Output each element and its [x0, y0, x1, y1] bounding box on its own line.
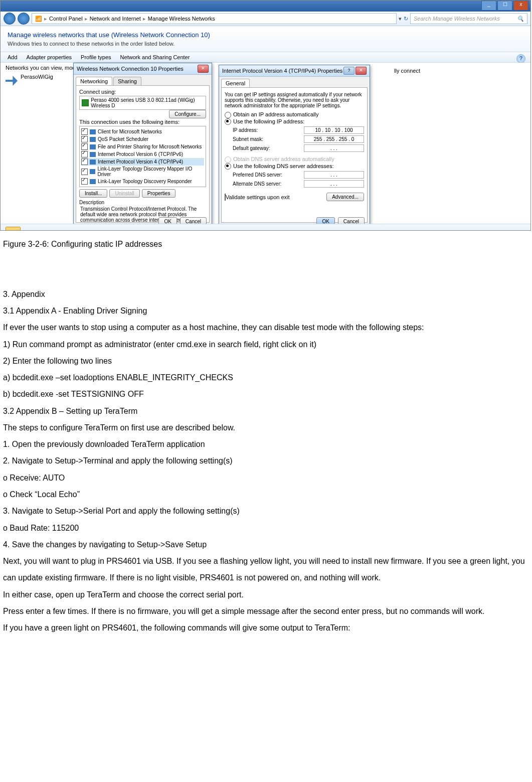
adapter-properties-button[interactable]: Adapter properties	[27, 54, 72, 60]
heading-appendix: 3. Appendix	[3, 286, 529, 302]
minimize-button[interactable]: _	[481, 1, 496, 11]
heading-appendix-a: 3.1 Appendix A - Enabling Driver Signing	[3, 302, 529, 319]
add-button[interactable]: Add	[8, 54, 18, 60]
paragraph: The steps to configure TeraTerm on first…	[3, 419, 529, 436]
checkbox[interactable]	[81, 178, 88, 185]
tab-networking[interactable]: Networking	[76, 77, 112, 85]
checkbox[interactable]	[81, 143, 88, 150]
step: 3. Navigate to Setup->Serial Port and ap…	[3, 503, 529, 519]
paragraph: In either case, open up TeraTerm and cho…	[3, 586, 529, 603]
networks-column: Networks you can view, modify, PerasoWiG…	[6, 65, 82, 86]
step: 2. Navigate to Setup->Terminal and apply…	[3, 452, 529, 469]
gateway-input[interactable]: . . .	[304, 144, 364, 152]
list-item[interactable]: File and Printer Sharing for Microsoft N…	[98, 144, 202, 149]
alternate-dns-label: Alternate DNS server:	[233, 181, 281, 187]
radio-use-ip[interactable]	[225, 118, 231, 125]
checkbox[interactable]	[81, 136, 88, 142]
bc-item[interactable]: Control Panel	[49, 16, 83, 22]
ipv4-properties-dialog: Internet Protocol Version 4 (TCP/IPv4) P…	[219, 65, 370, 229]
configure-button[interactable]: Configure...	[169, 110, 206, 118]
nav-row: 📶▸ Control Panel▸ Network and Internet▸ …	[1, 12, 530, 26]
page-subtitle: Windows tries to connect to these networ…	[8, 41, 523, 47]
chevron-down-icon[interactable]: ▾	[399, 16, 402, 22]
tab-body: You can get IP settings assigned automat…	[221, 87, 368, 223]
items-label: This connection uses the following items…	[79, 119, 206, 125]
radio-label: Obtain DNS server address automatically	[233, 156, 334, 162]
checkbox[interactable]	[81, 128, 88, 135]
dialog-titlebar: Wireless Network Connection 10 Propertie…	[74, 63, 212, 75]
ipv4-icon	[90, 160, 96, 165]
breadcrumb[interactable]: 📶▸ Control Panel▸ Network and Internet▸ …	[32, 13, 397, 24]
network-item[interactable]: PerasoWiGig	[21, 74, 53, 80]
list-item[interactable]: Client for Microsoft Networks	[98, 129, 162, 134]
dialog-titlebar: Internet Protocol Version 4 (TCP/IPv4) P…	[219, 65, 370, 77]
install-button[interactable]: Install...	[79, 189, 107, 198]
dialog-close-button[interactable]: ✕	[198, 65, 209, 73]
radio-label: Obtain an IP address automatically	[233, 111, 318, 117]
connect-using-label: Connect using:	[79, 89, 206, 95]
maximize-button[interactable]: ☐	[497, 1, 512, 11]
adapter-name: Peraso 4000 series USB 3.0 802.11ad (WiG…	[91, 97, 204, 108]
preferred-dns-input[interactable]: . . .	[304, 171, 364, 179]
list-item[interactable]: Link-Layer Topology Discovery Mapper I/O…	[97, 166, 204, 177]
option: o Receive: AUTO	[3, 470, 529, 486]
qos-icon	[90, 137, 96, 142]
description-label: Description	[79, 200, 206, 205]
paragraph: Press enter a few times. If there is no …	[3, 603, 529, 619]
item-count: 1 item	[26, 230, 41, 231]
dialog-close-button[interactable]: ✕	[356, 67, 367, 75]
search-placeholder: Search Manage Wireless Networks	[414, 16, 500, 22]
paragraph: If you have a green light on PRS4601, th…	[3, 619, 529, 636]
gateway-label: Default gateway:	[233, 145, 270, 151]
back-button[interactable]	[4, 13, 16, 25]
column-header: Networks you can view, modify,	[6, 65, 82, 71]
items-list[interactable]: Client for Microsoft Networks QoS Packet…	[79, 126, 206, 187]
ipv6-icon	[90, 152, 96, 157]
option: o Check “Local Echo”	[3, 486, 529, 503]
document-body: Figure 3-2-6: Configuring static IP addr…	[0, 234, 532, 646]
properties-button[interactable]: Properties	[142, 189, 176, 198]
step: b) bcdedit.exe -set TESTSIGNING OFF	[3, 386, 529, 402]
ip-address-label: IP address:	[233, 127, 258, 133]
status-bar: 1 item	[1, 224, 530, 231]
list-item[interactable]: Internet Protocol Version 6 (TCP/IPv6)	[98, 151, 183, 157]
screenshot-window: _ ☐ x 📶▸ Control Panel▸ Network and Inte…	[0, 0, 531, 231]
radio-auto-ip[interactable]	[225, 112, 231, 118]
dialog-help-button[interactable]: ?	[343, 67, 354, 75]
bc-item[interactable]: Manage Wireless Networks	[148, 16, 215, 22]
adapter-field[interactable]: Peraso 4000 series USB 3.0 802.11ad (WiG…	[79, 96, 206, 110]
tab-sharing[interactable]: Sharing	[113, 77, 141, 85]
subnet-mask-input[interactable]: 255 . 255 . 255 . 0	[304, 135, 364, 143]
search-input[interactable]: Search Manage Wireless Networks 🔍	[410, 13, 527, 24]
checkbox[interactable]	[81, 159, 88, 165]
forward-button[interactable]	[18, 13, 30, 25]
close-button[interactable]: x	[513, 1, 528, 11]
subnet-mask-label: Subnet mask:	[233, 136, 263, 142]
validate-checkbox[interactable]	[225, 194, 226, 201]
list-item[interactable]: Internet Protocol Version 4 (TCP/IPv4)	[98, 159, 183, 165]
wifi-network-icon	[6, 76, 18, 86]
help-icon[interactable]: ?	[516, 54, 525, 63]
connect-hint: lly connect	[394, 68, 420, 74]
advanced-button[interactable]: Advanced...	[326, 193, 364, 201]
tab-general[interactable]: General	[221, 79, 250, 87]
breadcrumb-icon: 📶	[35, 16, 42, 22]
refresh-icon[interactable]: ↻	[404, 16, 408, 22]
step: 4. Save the changes by navigating to Set…	[3, 536, 529, 553]
network-sharing-center-button[interactable]: Network and Sharing Center	[120, 54, 190, 60]
list-item[interactable]: QoS Packet Scheduler	[98, 136, 148, 142]
paragraph: Next, you will want to plug in PRS4601 v…	[3, 553, 529, 586]
page-title: Manage wireless networks that use (Wirel…	[8, 31, 523, 39]
list-item[interactable]: Link-Layer Topology Discovery Responder	[98, 179, 192, 184]
alternate-dns-input[interactable]: . . .	[304, 180, 364, 188]
step: 2) Enter the following two lines	[3, 353, 529, 369]
radio-label: Use the following DNS server addresses:	[233, 163, 334, 169]
ip-address-input[interactable]: 10 . 10 . 10 . 100	[304, 126, 364, 134]
radio-use-dns[interactable]	[225, 163, 231, 170]
bc-item[interactable]: Network and Internet	[90, 16, 141, 22]
checkbox[interactable]	[81, 151, 88, 158]
validate-label: Validate settings upon exit	[226, 194, 290, 200]
profile-types-button[interactable]: Profile types	[81, 54, 111, 60]
page-header: Manage wireless networks that use (Wirel…	[1, 26, 530, 52]
checkbox[interactable]	[81, 169, 88, 175]
